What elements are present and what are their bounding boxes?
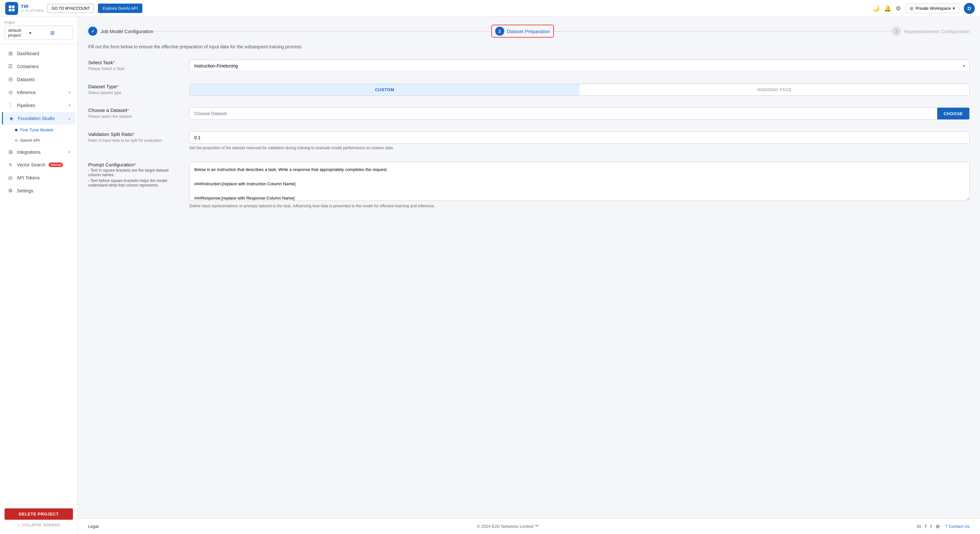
- sidebar-label-vector-search: Vector Search: [17, 162, 45, 167]
- prompt-config-label: Prompt Configuration*: [88, 162, 179, 167]
- logo-sub: AI PLATFORM: [21, 10, 43, 13]
- topnav-right: 🌙 🔔 ⚙ ⊞ Private Workspace ▾ D: [872, 3, 975, 14]
- sidebar-bottom: DELETE PROJECT « COLLAPSE SIDEBAR: [0, 504, 78, 534]
- form-subtitle: Fill out the form below to ensure the ef…: [88, 44, 970, 49]
- toggle-custom-button[interactable]: CUSTOM: [190, 84, 579, 96]
- prompt-config-label-col: Prompt Configuration* - Text in square b…: [88, 162, 179, 189]
- task-select[interactable]: Instruction-Finetuning Text Classificati…: [189, 60, 970, 72]
- choose-dataset-req: *: [127, 107, 129, 113]
- delete-project-button[interactable]: DELETE PROJECT: [5, 508, 73, 520]
- svg-rect-0: [9, 5, 11, 8]
- foundation-studio-chevron-icon: ▴: [68, 116, 70, 121]
- integrations-chevron-icon: ▾: [68, 150, 70, 155]
- logo: TIR AI PLATFORM: [5, 2, 43, 15]
- step-line-2: [554, 31, 892, 32]
- contact-us-link[interactable]: ? Contact Us: [945, 524, 970, 529]
- content-area: ✓ Job Model Configuration 2 Dataset Prep…: [78, 17, 980, 518]
- toggle-hugging-face-button[interactable]: HUGGING FACE: [579, 84, 969, 96]
- sidebar-item-pipelines[interactable]: ⋮ Pipelines ▾: [2, 99, 76, 112]
- facebook-icon[interactable]: f: [925, 524, 926, 529]
- legal-link[interactable]: Legal: [88, 524, 99, 529]
- sidebar-item-integrations[interactable]: ⊞ Integrations ▾: [2, 146, 76, 158]
- inference-chevron-icon: ▾: [68, 90, 70, 95]
- api-tokens-icon: ◎: [7, 175, 14, 181]
- project-label: Project: [5, 21, 73, 24]
- logo-tir: TIR: [21, 4, 43, 10]
- step-1: ✓ Job Model Configuration: [88, 27, 153, 36]
- rss-icon[interactable]: ⊕: [935, 523, 940, 529]
- containers-icon: ☰: [7, 63, 14, 69]
- choose-dataset-input-row: CHOOSE: [189, 107, 970, 120]
- sidebar-label-genai-api: GenAI API: [20, 138, 40, 143]
- validation-split-hint: Ratio of input data to be split for eval…: [88, 138, 179, 143]
- linkedin-icon[interactable]: in: [917, 524, 921, 529]
- prompt-config-row: Prompt Configuration* - Text in square b…: [88, 162, 970, 208]
- prompt-config-req: *: [134, 162, 136, 167]
- sidebar-sub-fine-tune[interactable]: Fine Tune Models: [2, 125, 76, 135]
- task-hint: Please Select a Task: [88, 67, 179, 71]
- footer-copy: © 2024 E2E Networks Limited ™: [477, 524, 539, 529]
- settings-nav-icon: ⚙: [7, 188, 14, 194]
- notifications-button[interactable]: 🔔: [884, 5, 891, 12]
- validation-split-input[interactable]: [189, 131, 970, 144]
- dataset-type-label-col: Dataset Type* Select dataset type: [88, 84, 179, 95]
- sidebar-label-pipelines: Pipelines: [17, 103, 35, 108]
- step-2: 2 Dataset Preparation: [491, 25, 554, 38]
- project-dropdown[interactable]: default-project ▾ ⊞: [5, 26, 73, 40]
- sidebar-item-foundation-studio[interactable]: ◈ Foundation Studio ▴: [2, 112, 76, 124]
- sidebar-label-api-tokens: API Tokens: [17, 175, 40, 180]
- myaccount-button[interactable]: GO TO MYACCOUNT: [47, 4, 94, 13]
- step1-label: Job Model Configuration: [100, 29, 153, 34]
- settings-icon-button[interactable]: ⚙: [896, 5, 901, 12]
- step2-label: Dataset Preparation: [507, 29, 550, 34]
- avatar[interactable]: D: [964, 3, 975, 14]
- twitter-icon[interactable]: t: [931, 524, 932, 529]
- collapse-sidebar-button[interactable]: « COLLAPSE SIDEBAR: [5, 520, 73, 530]
- choose-dataset-label-col: Choose a Dataset* Please select the data…: [88, 107, 179, 119]
- workspace-button[interactable]: ⊞ Private Workspace ▾: [905, 3, 959, 13]
- workspace-chevron-icon: ▾: [953, 6, 955, 11]
- sidebar-label-fine-tune: Fine Tune Models: [20, 128, 54, 132]
- fine-tune-dot-icon: [15, 129, 18, 131]
- inference-icon: ⊙: [7, 89, 14, 96]
- dataset-type-toggle: CUSTOM HUGGING FACE: [189, 84, 970, 96]
- vector-search-badge: Internal: [49, 163, 63, 167]
- sidebar-label-dashboard: Dashboard: [17, 51, 39, 56]
- choose-dataset-button[interactable]: CHOOSE: [937, 108, 969, 120]
- sidebar-item-dashboard[interactable]: ⊞ Dashboard: [2, 47, 76, 60]
- step3-circle: 3: [892, 27, 901, 36]
- sidebar-item-api-tokens[interactable]: ◎ API Tokens: [2, 171, 76, 184]
- step1-circle: ✓: [88, 27, 97, 36]
- genai-api-dot-icon: [15, 139, 18, 142]
- logo-text: TIR AI PLATFORM: [21, 4, 43, 12]
- validation-split-info: Set the proportion of the dataset reserv…: [189, 146, 970, 150]
- sidebar-label-containers: Containers: [17, 64, 39, 69]
- workspace-icon: ⊞: [910, 6, 913, 11]
- vector-search-icon: ≡: [7, 162, 14, 168]
- sidebar-item-inference[interactable]: ⊙ Inference ▾: [2, 86, 76, 99]
- topnav: TIR AI PLATFORM GO TO MYACCOUNT Explore …: [0, 0, 980, 17]
- step2-circle: 2: [495, 27, 504, 36]
- sidebar-item-vector-search[interactable]: ≡ Vector Search Internal: [2, 159, 76, 171]
- choose-dataset-input[interactable]: [190, 108, 937, 120]
- dataset-type-field-col: CUSTOM HUGGING FACE: [189, 84, 970, 96]
- choose-dataset-field-col: CHOOSE: [189, 107, 970, 120]
- task-label-col: Select Task* Please Select a Task: [88, 60, 179, 71]
- step-line-1: [153, 31, 491, 32]
- sidebar-label-inference: Inference: [17, 90, 36, 95]
- sidebar-label-settings: Settings: [17, 188, 33, 193]
- dataset-type-label: Dataset Type*: [88, 84, 179, 89]
- sidebar-sub-genai-api[interactable]: GenAI API: [2, 135, 76, 145]
- explore-genai-button[interactable]: Explore GenAI API: [98, 3, 142, 13]
- dataset-type-hint: Select dataset type: [88, 91, 179, 95]
- validation-split-row: Validation Split Ratio* Ratio of input d…: [88, 131, 970, 150]
- prompt-config-textarea[interactable]: Below is an instruction that describes a…: [189, 162, 970, 201]
- add-project-icon: ⊞: [50, 30, 69, 36]
- dark-mode-button[interactable]: 🌙: [872, 5, 880, 12]
- sidebar-item-containers[interactable]: ☰ Containers: [2, 60, 76, 73]
- project-selector: Project default-project ▾ ⊞: [0, 17, 78, 44]
- step3-label: Hyperparameter Configuration: [904, 29, 970, 34]
- sidebar-item-settings[interactable]: ⚙ Settings: [2, 184, 76, 197]
- footer-social: in f t ⊕: [917, 523, 940, 529]
- sidebar-item-datasets[interactable]: ⊟ Datasets: [2, 73, 76, 86]
